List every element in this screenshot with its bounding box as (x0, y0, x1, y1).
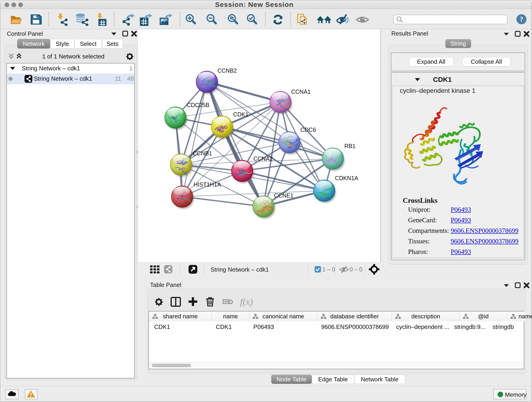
svg-text:CDC25B: CDC25B (187, 102, 209, 108)
svg-text:CCNE1: CCNE1 (274, 192, 293, 199)
svg-text:RB1: RB1 (344, 143, 355, 149)
svg-text:HIST1H1A: HIST1H1A (194, 181, 221, 188)
svg-text:CDK1: CDK1 (233, 111, 249, 118)
svg-text:CCNA1: CCNA1 (291, 89, 311, 95)
svg-text:CCNA2: CCNA2 (253, 155, 273, 162)
svg-text:CCNB1: CCNB1 (193, 150, 212, 157)
svg-text:CDKN1A: CDKN1A (335, 175, 358, 181)
svg-text:CCNB2: CCNB2 (217, 67, 237, 74)
svg-text:CDC6: CDC6 (300, 127, 316, 133)
